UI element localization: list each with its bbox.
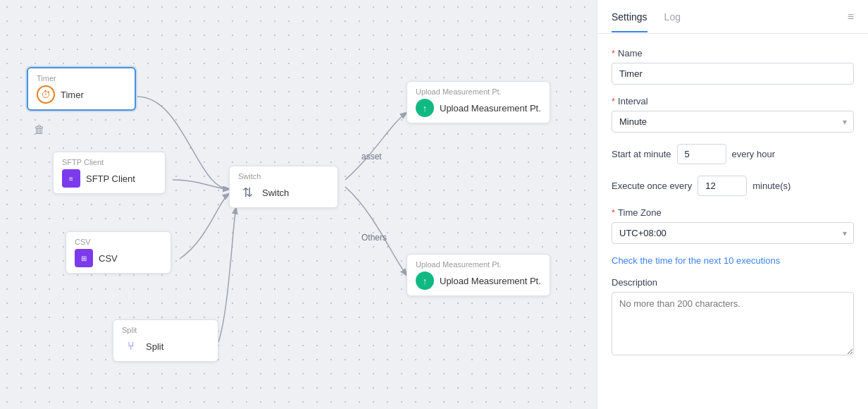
timezone-field-group: * Time Zone UTC+08:00 UTC+00:00 UTC-05:0… <box>612 207 854 244</box>
name-input[interactable] <box>612 63 854 85</box>
node-switch-label: Switch <box>238 172 329 181</box>
upload1-icon: ↑ <box>416 99 434 117</box>
name-field-group: * Name <box>612 48 854 85</box>
description-label: Description <box>612 277 854 288</box>
name-required-star: * <box>612 48 615 59</box>
interval-label: * Interval <box>612 96 854 106</box>
node-split-text: Split <box>146 341 163 352</box>
panel-menu-icon[interactable]: ≡ <box>848 11 854 23</box>
tab-log[interactable]: Log <box>664 1 681 32</box>
description-textarea[interactable] <box>612 292 854 355</box>
canvas-label-asset: asset <box>361 152 382 161</box>
node-upload2-text: Upload Measurement Pt. <box>440 276 541 286</box>
execute-once-input[interactable] <box>698 176 747 196</box>
node-csv-label: CSV <box>75 238 162 246</box>
execute-once-row: Execute once every minute(s) <box>612 176 854 196</box>
panel-body: * Name * Interval Minute Hour Day Week M… <box>597 34 868 409</box>
csv-icon: ⊞ <box>75 249 93 267</box>
interval-select-wrapper: Minute Hour Day Week Month ▾ <box>612 111 854 133</box>
description-field-group: Description <box>612 277 854 358</box>
node-switch-text: Switch <box>262 188 289 198</box>
interval-field-group: * Interval Minute Hour Day Week Month ▾ <box>612 96 854 133</box>
sftp-icon: ≡ <box>62 169 80 188</box>
name-label: * Name <box>612 48 854 59</box>
split-icon: ⑂ <box>122 337 140 355</box>
panel-tabs: Settings Log <box>612 1 681 32</box>
node-sftp-label: SFTP Client <box>62 158 156 166</box>
node-upload2-label: Upload Measurement Pt. <box>416 260 541 269</box>
node-timer-label: Timer <box>37 74 126 83</box>
check-time-link[interactable]: Check the time for the next 10 execution… <box>612 255 854 266</box>
delete-node-button[interactable]: 🗑 <box>34 123 45 136</box>
timezone-select-wrapper: UTC+08:00 UTC+00:00 UTC-05:00 UTC+09:00 … <box>612 222 854 244</box>
upload2-icon: ↑ <box>416 271 434 290</box>
interval-required-star: * <box>612 96 615 106</box>
panel-header: Settings Log ≡ <box>597 0 868 34</box>
execute-once-label: Execute once every <box>612 181 692 191</box>
node-timer-text: Timer <box>61 90 84 100</box>
node-upload1-label: Upload Measurement Pt. <box>416 87 541 96</box>
node-upload2[interactable]: Upload Measurement Pt. ↑ Upload Measurem… <box>407 254 550 296</box>
node-timer[interactable]: Timer ⏱ Timer <box>27 67 136 111</box>
node-sftp[interactable]: SFTP Client ≡ SFTP Client <box>53 152 166 194</box>
node-csv-text: CSV <box>99 253 118 264</box>
node-sftp-text: SFTP Client <box>86 173 135 184</box>
timezone-required-star: * <box>612 207 615 218</box>
execute-once-suffix: minute(s) <box>752 181 790 191</box>
node-csv[interactable]: CSV ⊞ CSV <box>66 231 171 274</box>
start-at-row: Start at minute every hour <box>612 144 854 164</box>
timer-icon: ⏱ <box>37 85 55 104</box>
start-at-input[interactable] <box>677 144 726 164</box>
settings-panel: Settings Log ≡ * Name * Interval Minute … <box>597 0 868 409</box>
every-hour-label: every hour <box>732 149 775 159</box>
timezone-label: * Time Zone <box>612 207 854 218</box>
node-upload1[interactable]: Upload Measurement Pt. ↑ Upload Measurem… <box>407 81 550 123</box>
node-switch[interactable]: Switch ⇅ Switch <box>229 166 338 208</box>
node-split-label: Split <box>122 326 209 334</box>
canvas-label-others: Others <box>361 233 387 243</box>
node-upload1-text: Upload Measurement Pt. <box>440 103 541 114</box>
start-at-label: Start at minute <box>612 149 671 159</box>
node-split[interactable]: Split ⑂ Split <box>113 319 218 362</box>
timezone-select[interactable]: UTC+08:00 UTC+00:00 UTC-05:00 UTC+09:00 <box>612 222 854 244</box>
workflow-canvas[interactable]: Timer ⏱ Timer 🗑 SFTP Client ≡ SFTP Clien… <box>0 0 597 409</box>
switch-icon: ⇅ <box>238 183 256 202</box>
tab-settings[interactable]: Settings <box>612 1 647 32</box>
interval-select[interactable]: Minute Hour Day Week Month <box>612 111 854 133</box>
